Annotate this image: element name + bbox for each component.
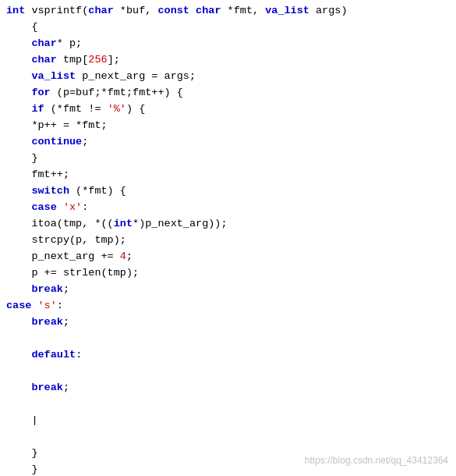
code-lines: int vsprintf(char *buf, const char *fmt,… [0, 3, 456, 476]
code-line [0, 429, 456, 446]
code-line: va_list p_next_arg = args; [0, 69, 456, 85]
token-plain: (p=buf;*fmt;fmt++) { [51, 85, 183, 101]
code-line: continue; [0, 134, 456, 151]
token-plain: ; [63, 380, 69, 396]
token-kw: switch [31, 183, 69, 200]
token-plain [6, 380, 31, 396]
token-plain: *buf, [114, 3, 158, 20]
token-kw: if [31, 101, 44, 118]
token-plain: p_next_arg += [6, 249, 120, 265]
token-str: '%' [108, 101, 126, 118]
token-plain: *p++ = *fmt; [6, 118, 108, 134]
token-plain: } [6, 462, 38, 476]
token-plain: strcpy(p, tmp); [6, 233, 126, 249]
token-kw: break [31, 282, 63, 298]
token-plain: : [82, 200, 88, 216]
token-plain: *fmt, [221, 3, 265, 20]
token-plain: vsprintf( [25, 3, 88, 20]
token-kw: va_list [265, 3, 309, 20]
token-kw: char [88, 3, 113, 20]
code-line: itoa(tmp, *((int*)p_next_arg)); [0, 216, 456, 233]
code-line [0, 364, 456, 380]
token-plain [6, 183, 31, 200]
token-kw: default [31, 347, 76, 364]
token-plain: { [6, 20, 38, 36]
token-plain: itoa(tmp, *(( [6, 216, 114, 233]
watermark: https://blog.csdn.net/qq_43412364 [305, 453, 448, 468]
token-num: 4 [120, 249, 126, 265]
token-plain: tmp[ [57, 52, 89, 69]
code-line: fmt++; [0, 167, 456, 183]
token-kw: break [31, 380, 63, 396]
code-line: for (p=buf;*fmt;fmt++) { [0, 85, 456, 101]
token-plain [6, 85, 31, 101]
code-line: char tmp[256]; [0, 52, 456, 69]
code-line: default: [0, 347, 456, 364]
token-plain [6, 101, 31, 118]
token-plain: *)p_next_arg)); [133, 216, 228, 233]
code-line: strcpy(p, tmp); [0, 233, 456, 249]
token-kw: const [157, 3, 189, 20]
token-kw: case [6, 298, 31, 314]
token-plain: (*fmt) { [69, 183, 126, 200]
token-plain: fmt++; [6, 167, 69, 183]
token-num: 256 [88, 52, 107, 69]
code-line: switch (*fmt) { [0, 183, 456, 200]
code-line: | [0, 413, 456, 429]
token-plain: : [57, 298, 63, 314]
token-plain [6, 36, 31, 52]
code-line: p += strlen(tmp); [0, 265, 456, 282]
token-plain [57, 200, 63, 216]
token-kw: continue [31, 134, 82, 151]
token-plain [6, 200, 31, 216]
code-line: case 's': [0, 298, 456, 314]
token-plain: ; [126, 249, 133, 265]
code-line: *p++ = *fmt; [0, 118, 456, 134]
token-str: 'x' [63, 200, 82, 216]
token-plain [189, 3, 196, 20]
token-kw: char [31, 36, 56, 52]
token-plain: : [76, 347, 82, 364]
token-plain: | [31, 413, 37, 429]
token-kw: for [31, 85, 50, 101]
code-line: int vsprintf(char *buf, const char *fmt,… [0, 3, 456, 20]
token-plain: p += strlen(tmp); [6, 265, 139, 282]
token-plain: } [6, 446, 38, 462]
token-kw: char [31, 52, 56, 69]
code-line: } [0, 151, 456, 167]
token-plain [6, 52, 31, 69]
token-kw: case [31, 200, 56, 216]
token-kw: int [114, 216, 133, 233]
token-plain: ) { [126, 101, 145, 118]
code-line: break; [0, 380, 456, 396]
code-line: break; [0, 282, 456, 298]
token-plain [31, 298, 37, 314]
token-plain: (*fmt != [44, 101, 108, 118]
token-plain [6, 69, 31, 85]
token-plain: ; [63, 282, 69, 298]
token-plain: ]; [108, 52, 120, 69]
token-plain [6, 314, 31, 331]
token-plain: ; [63, 314, 69, 331]
token-kw: char [196, 3, 221, 20]
token-plain: ; [82, 134, 88, 151]
code-line: { [0, 20, 456, 36]
code-line: case 'x': [0, 200, 456, 216]
token-plain [6, 413, 31, 429]
code-line: break; [0, 314, 456, 331]
token-plain: p_next_arg = args; [76, 69, 196, 85]
token-plain: } [6, 151, 38, 167]
token-kw: int [6, 3, 25, 20]
token-str: 's' [38, 298, 57, 314]
token-plain [6, 134, 31, 151]
token-kw: break [31, 314, 63, 331]
token-plain: * p; [57, 36, 82, 52]
code-line: p_next_arg += 4; [0, 249, 456, 265]
token-plain [6, 347, 31, 364]
code-line [0, 331, 456, 347]
token-plain: args) [309, 3, 348, 20]
token-kw: va_list [31, 69, 76, 85]
code-line [0, 396, 456, 413]
token-plain [6, 282, 31, 298]
code-line: if (*fmt != '%') { [0, 101, 456, 118]
